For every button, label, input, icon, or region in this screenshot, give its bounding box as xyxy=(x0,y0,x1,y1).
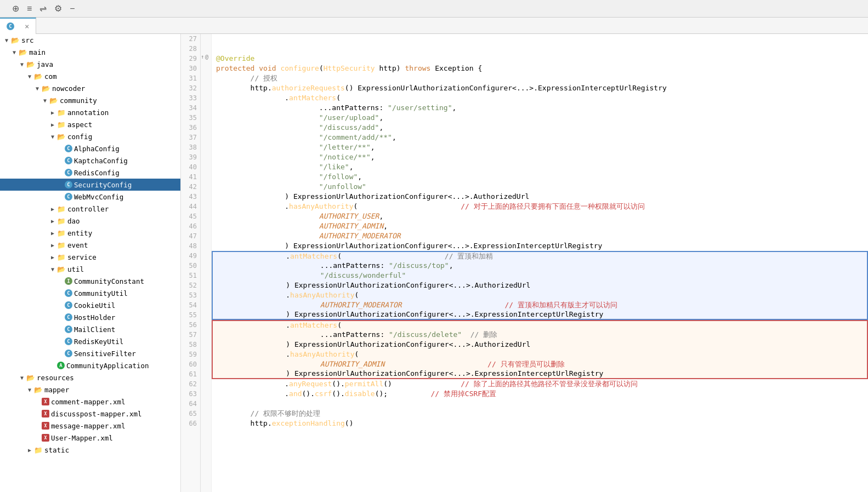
line-number-53: 53 xyxy=(181,290,200,300)
token-plain: ) ExpressionUrlAuthorizationConfigurer<.… xyxy=(217,369,603,379)
token-plain: ( xyxy=(353,202,358,211)
tree-item-label: static xyxy=(44,446,69,454)
tree-item-SensitiveFilter[interactable]: C SensitiveFilter xyxy=(0,347,180,359)
tree-item-label: RedisKeyUtil xyxy=(74,337,123,346)
tree-item-aspect[interactable]: 📁 aspect xyxy=(0,118,180,130)
line-number-34: 34 xyxy=(181,103,200,113)
tree-item-service[interactable]: 📁 service xyxy=(0,251,180,263)
tree-item-CookieUtil[interactable]: C CookieUtil xyxy=(0,299,180,311)
toolbar-btn-minimize[interactable]: − xyxy=(67,3,77,15)
tree-item-label: CommunityUtil xyxy=(74,289,128,298)
tree-item-MailClient[interactable]: C MailClient xyxy=(0,323,180,335)
token-plain xyxy=(276,64,281,73)
tree-item-WebMvcConfig[interactable]: C WebMvcConfig xyxy=(0,191,180,203)
token-method: permitAll xyxy=(345,379,383,389)
token-plain: ...antPatterns: xyxy=(217,261,389,271)
toolbar-btn-swap[interactable]: ⇌ xyxy=(37,2,49,15)
tree-item-label: User-Mapper.xml xyxy=(51,434,113,442)
tree-item-CommunityApplication[interactable]: A CommunityApplication xyxy=(0,359,180,371)
tree-item-SecurityConfig[interactable]: C SecurityConfig xyxy=(0,179,180,191)
tree-item-src[interactable]: 📂 src xyxy=(0,34,180,46)
line-number-31: 31 xyxy=(181,73,200,83)
tree-item-community[interactable]: 📂 community xyxy=(0,94,180,106)
tree-item-AlphaConfig[interactable]: C AlphaConfig xyxy=(0,142,180,155)
folder-open-icon: 📂 xyxy=(34,385,43,394)
tree-item-static[interactable]: 📁 static xyxy=(0,444,180,456)
tree-item-KaptchaConfig[interactable]: C KaptchaConfig xyxy=(0,155,180,167)
token-str: "/user/upload" xyxy=(216,113,379,123)
tree-item-entity[interactable]: 📁 entity xyxy=(0,227,180,239)
code-line-30: protected void configure(HttpSecurity ht… xyxy=(212,64,868,73)
token-plain: http. xyxy=(216,83,272,93)
folder-open-icon: 📂 xyxy=(57,132,66,141)
arrow-open xyxy=(18,61,26,67)
tree-item-controller[interactable]: 📁 controller xyxy=(0,203,180,215)
sidebar[interactable]: 📂 src 📂 main 📂 java 📂 com 📂 nowcoder 📂 c… xyxy=(0,34,181,492)
toolbar-btn-globe[interactable]: ⊕ xyxy=(10,2,21,15)
folder-icon: 📁 xyxy=(34,445,43,454)
toolbar-btn-settings[interactable]: ⚙ xyxy=(52,2,64,15)
token-kw: protected xyxy=(216,64,254,73)
class-icon: C xyxy=(65,193,72,201)
tree-item-label: entity xyxy=(67,229,92,237)
tab-security-config[interactable]: C × xyxy=(0,18,36,34)
arrow-open xyxy=(10,49,19,55)
class-icon: C xyxy=(65,145,72,152)
tree-item-discusspost-mapper[interactable]: X discusspost-mapper.xml xyxy=(0,408,180,420)
tree-item-message-mapper[interactable]: X message-mapper.xml xyxy=(0,420,180,432)
tree-item-CommunityConstant[interactable]: I CommunityConstant xyxy=(0,275,180,287)
arrow-open xyxy=(2,37,11,43)
token-plain: . xyxy=(216,93,289,103)
tree-item-CommunityUtil[interactable]: C CommunityUtil xyxy=(0,287,180,299)
token-ann: @Override xyxy=(216,54,254,64)
token-plain: () xyxy=(383,379,392,389)
folder-open-icon: 📂 xyxy=(26,373,35,382)
line-number-48: 48 xyxy=(181,241,200,251)
tree-item-HostHolder[interactable]: C HostHolder xyxy=(0,311,180,323)
tree-item-label: java xyxy=(37,60,53,68)
code-content[interactable]: @Overrideprotected void configure(HttpSe… xyxy=(212,34,868,492)
token-method: and xyxy=(289,389,302,399)
code-line-62: .anyRequest().permitAll() // 除了上面的路径其他路径… xyxy=(212,379,868,389)
token-plain: ( xyxy=(337,321,342,330)
token-plain: , xyxy=(449,261,453,271)
token-plain: ( xyxy=(354,290,359,300)
tree-item-java[interactable]: 📂 java xyxy=(0,58,180,70)
tree-item-config[interactable]: 📂 config xyxy=(0,130,180,142)
code-line-61: ) ExpressionUrlAuthorizationConfigurer<.… xyxy=(212,369,868,379)
line-number-35: 35 xyxy=(181,113,200,123)
tree-item-comment-mapper[interactable]: X comment-mapper.xml xyxy=(0,396,180,408)
tree-item-RedisConfig[interactable]: C RedisConfig xyxy=(0,167,180,179)
tree-item-annotation[interactable]: 📁 annotation xyxy=(0,106,180,118)
token-plain: . xyxy=(216,202,289,211)
folder-open-icon: 📂 xyxy=(57,265,66,273)
token-italic-orange: AUTHORITY_ADMIN xyxy=(217,359,384,369)
tree-item-RedisKeyUtil[interactable]: C RedisKeyUtil xyxy=(0,335,180,347)
tree-item-nowcoder[interactable]: 📂 nowcoder xyxy=(0,82,180,94)
tree-item-event[interactable]: 📁 event xyxy=(0,239,180,251)
tree-item-util[interactable]: 📂 util xyxy=(0,263,180,275)
line-number-65: 65 xyxy=(181,409,200,419)
line-number-66: 66 xyxy=(181,419,200,428)
line-number-57: 57 xyxy=(181,330,200,340)
folder-open-icon: 📂 xyxy=(11,36,20,44)
token-plain: , xyxy=(371,152,375,162)
token-str: "/unfollow" xyxy=(216,182,366,192)
line-number-62: 62 xyxy=(181,379,200,389)
tree-item-resources[interactable]: 📂 resources xyxy=(0,371,180,384)
tree-item-User-Mapper[interactable]: X User-Mapper.xml xyxy=(0,432,180,444)
tree-item-mapper[interactable]: 📂 mapper xyxy=(0,384,180,396)
interface-icon: I xyxy=(65,277,72,285)
toolbar-btn-list[interactable]: ≡ xyxy=(25,3,34,15)
code-line-43: ) ExpressionUrlAuthorizationConfigurer<.… xyxy=(212,192,868,202)
tree-item-label: WebMvcConfig xyxy=(74,193,123,201)
token-plain: () ExpressionUrlAuthorizationConfigurer<… xyxy=(345,83,667,93)
token-str: "/notice/**" xyxy=(216,152,371,162)
tree-item-main[interactable]: 📂 main xyxy=(0,46,180,58)
tree-item-label: mapper xyxy=(44,386,69,394)
tree-item-dao[interactable]: 📁 dao xyxy=(0,215,180,227)
folder-icon: 📁 xyxy=(57,120,66,129)
tab-close-btn[interactable]: × xyxy=(25,22,29,31)
token-comment-red: // 置顶和加精只有版主才可以访问 xyxy=(402,300,617,310)
tree-item-com[interactable]: 📂 com xyxy=(0,70,180,82)
